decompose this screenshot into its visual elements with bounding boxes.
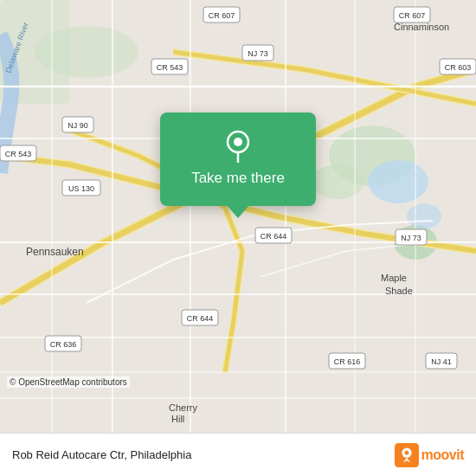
location-pin-icon [221, 128, 255, 163]
take-me-there-button[interactable]: Take me there [191, 170, 285, 187]
svg-text:Maple: Maple [381, 273, 407, 283]
svg-text:Shade: Shade [385, 286, 413, 296]
svg-text:NJ 73: NJ 73 [401, 234, 421, 242]
svg-text:NJ 73: NJ 73 [248, 49, 268, 58]
svg-text:CR 607: CR 607 [399, 11, 426, 20]
svg-text:Pennsauken: Pennsauken [26, 246, 84, 258]
svg-text:CR 636: CR 636 [50, 340, 77, 349]
svg-point-7 [407, 203, 441, 229]
svg-text:CR 543: CR 543 [5, 150, 32, 158]
map-container: CR 607 CR 607 NJ 73 NJ 73 CR 543 CR 543 … [0, 0, 476, 433]
moovit-logo-icon [395, 443, 419, 467]
bottom-bar: Rob Reid Autocare Ctr, Philadelphia moov… [0, 433, 476, 476]
svg-point-60 [404, 451, 408, 455]
svg-text:CR 644: CR 644 [261, 232, 287, 241]
svg-text:CR 644: CR 644 [187, 314, 214, 323]
svg-text:Cherry: Cherry [169, 402, 198, 413]
svg-text:Cinnaminson: Cinnaminson [394, 22, 449, 32]
svg-point-57 [234, 138, 242, 146]
place-name: Rob Reid Autocare Ctr, Philadelphia [12, 448, 191, 461]
moovit-logo: moovit [395, 443, 464, 467]
svg-text:NJ 41: NJ 41 [431, 357, 452, 366]
svg-point-6 [368, 160, 428, 203]
svg-text:Hill: Hill [171, 414, 184, 424]
map-copyright: © OpenStreetMap contributors [7, 376, 130, 388]
popup-card: Take me there [160, 113, 316, 206]
svg-text:CR 603: CR 603 [445, 63, 472, 72]
moovit-text: moovit [421, 447, 464, 463]
svg-text:US 130: US 130 [68, 184, 94, 193]
svg-text:NJ 90: NJ 90 [68, 121, 88, 130]
svg-text:CR 543: CR 543 [157, 63, 183, 72]
svg-point-2 [312, 164, 363, 199]
svg-text:CR 616: CR 616 [334, 357, 361, 366]
svg-text:CR 607: CR 607 [209, 11, 235, 20]
